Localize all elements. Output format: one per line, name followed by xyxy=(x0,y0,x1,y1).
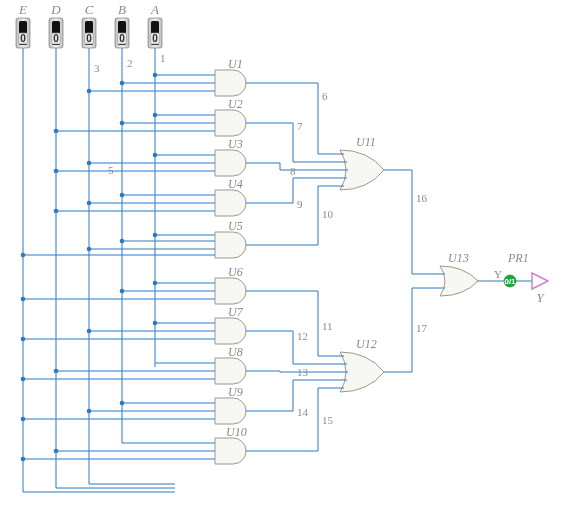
svg-point-70 xyxy=(21,337,26,342)
svg-point-79 xyxy=(120,401,125,406)
output-buffer-icon xyxy=(532,273,548,289)
net-label: 11 xyxy=(322,320,333,332)
gate-U1 xyxy=(203,70,259,96)
gate-U2 xyxy=(203,110,259,136)
net-label: 12 xyxy=(297,330,308,342)
svg-point-31 xyxy=(120,81,125,86)
svg-point-64 xyxy=(21,297,26,302)
svg-point-80 xyxy=(87,409,92,414)
gate-label: U3 xyxy=(228,137,243,151)
probe-label: PR1 xyxy=(507,251,529,265)
svg-point-81 xyxy=(21,417,26,422)
svg-point-62 xyxy=(153,281,158,286)
svg-point-50 xyxy=(54,209,59,214)
net-label: 6 xyxy=(322,90,328,102)
input-label: B xyxy=(118,2,126,17)
svg-point-63 xyxy=(120,289,125,294)
svg-point-30 xyxy=(153,73,158,78)
net-label: 17 xyxy=(416,322,428,334)
gate-U5 xyxy=(203,232,259,258)
gate-label: U8 xyxy=(228,345,243,359)
svg-point-37 xyxy=(120,121,125,126)
gate-label: U11 xyxy=(356,135,376,149)
svg-point-74 xyxy=(54,369,59,374)
gate-label: U2 xyxy=(228,97,243,111)
svg-point-38 xyxy=(54,129,59,134)
gate-U13 xyxy=(428,266,492,296)
net-label: 8 xyxy=(290,165,296,177)
svg-point-48 xyxy=(120,193,125,198)
gate-U7 xyxy=(203,318,259,344)
gate-U9 xyxy=(203,398,259,424)
output-name: Y xyxy=(536,290,545,305)
svg-point-87 xyxy=(21,457,26,462)
svg-point-75 xyxy=(21,377,26,382)
gate-label: U6 xyxy=(228,265,243,279)
gate-label: U13 xyxy=(448,251,469,265)
gate-label: U10 xyxy=(226,425,247,439)
svg-point-55 xyxy=(153,233,158,238)
net-label: 15 xyxy=(322,414,334,426)
input-D[interactable]: D xyxy=(49,2,63,48)
svg-point-42 xyxy=(153,153,158,158)
svg-point-36 xyxy=(153,113,158,118)
svg-point-32 xyxy=(87,89,92,94)
input-label: A xyxy=(150,2,159,17)
gate-label: U4 xyxy=(228,177,243,191)
gate-U6 xyxy=(203,278,259,304)
svg-point-57 xyxy=(87,247,92,252)
probe-badge: 0/1 xyxy=(504,275,516,287)
gate-U12 xyxy=(328,352,398,392)
net-label: 1 xyxy=(160,52,166,64)
svg-point-69 xyxy=(87,329,92,334)
gate-label: U1 xyxy=(228,57,243,71)
svg-point-49 xyxy=(87,201,92,206)
input-label: E xyxy=(18,2,27,17)
svg-point-56 xyxy=(120,239,125,244)
net-label: 5 xyxy=(108,164,114,176)
gate-U8 xyxy=(203,358,259,384)
net-label: 3 xyxy=(94,62,100,74)
gate-U4 xyxy=(203,190,259,216)
gate-label: U7 xyxy=(228,305,244,319)
svg-point-58 xyxy=(21,253,26,258)
input-E[interactable]: E xyxy=(16,2,30,48)
net-label: 7 xyxy=(297,120,303,132)
schematic-canvas: 0 xyxy=(0,0,563,510)
input-C[interactable]: C xyxy=(82,2,96,48)
svg-point-44 xyxy=(54,169,59,174)
svg-text:0/1: 0/1 xyxy=(504,277,516,286)
net-label: 16 xyxy=(416,192,428,204)
svg-point-43 xyxy=(87,161,92,166)
svg-point-68 xyxy=(153,321,158,326)
input-B[interactable]: B xyxy=(115,2,129,48)
gate-label: U9 xyxy=(228,385,243,399)
gate-label: U12 xyxy=(356,337,377,351)
gate-U11 xyxy=(328,150,398,190)
net-label: 2 xyxy=(127,57,133,69)
gate-U10 xyxy=(203,438,259,464)
gate-U3 xyxy=(203,150,259,176)
pin-label: Y xyxy=(494,268,502,280)
input-label: C xyxy=(85,2,94,17)
input-A[interactable]: A xyxy=(148,2,162,48)
net-label: 9 xyxy=(297,198,303,210)
net-label: 10 xyxy=(322,208,334,220)
net-label: 13 xyxy=(297,366,309,378)
gate-label: U5 xyxy=(228,219,243,233)
svg-point-86 xyxy=(54,449,59,454)
net-label: 14 xyxy=(297,406,309,418)
input-label: D xyxy=(50,2,61,17)
